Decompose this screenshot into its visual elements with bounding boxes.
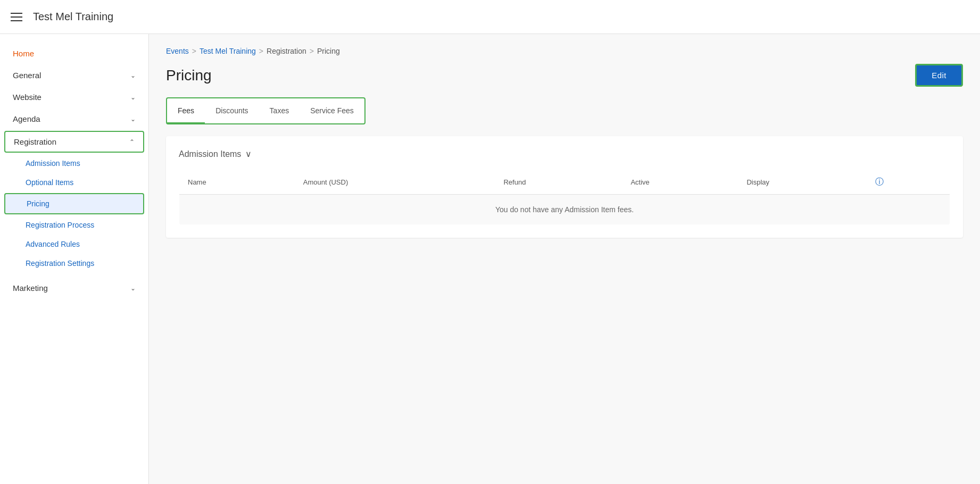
breadcrumb-sep-2: >: [259, 47, 263, 55]
admission-items-label: Admission Items: [179, 149, 241, 159]
empty-message: You do not have any Admission Item fees.: [179, 195, 950, 225]
sidebar-item-general[interactable]: General ⌄: [0, 64, 148, 86]
tab-discounts[interactable]: Discounts: [205, 99, 259, 124]
chevron-down-icon: ⌄: [130, 94, 136, 101]
top-header: Test Mel Training: [0, 0, 980, 34]
hamburger-menu-icon[interactable]: [11, 13, 22, 21]
breadcrumb-pricing: Pricing: [317, 47, 340, 55]
col-header-name: Name: [179, 170, 295, 195]
tab-service-fees[interactable]: Service Fees: [300, 99, 364, 124]
table-empty-row: You do not have any Admission Item fees.: [179, 195, 950, 225]
breadcrumb-event-name[interactable]: Test Mel Training: [200, 47, 256, 55]
main-layout: Home General ⌄ Website ⌄ Agenda ⌄ Regist…: [0, 34, 980, 484]
sidebar-sub-item-registration-process[interactable]: Registration Process: [0, 215, 148, 235]
breadcrumb: Events > Test Mel Training > Registratio…: [166, 47, 963, 55]
page-header-row: Pricing Edit: [166, 64, 963, 87]
sidebar-item-agenda[interactable]: Agenda ⌄: [0, 108, 148, 130]
sidebar: Home General ⌄ Website ⌄ Agenda ⌄ Regist…: [0, 34, 149, 484]
chevron-down-icon: ⌄: [130, 72, 136, 79]
breadcrumb-events[interactable]: Events: [166, 47, 189, 55]
breadcrumb-registration: Registration: [267, 47, 306, 55]
fees-content-card: Admission Items ∨ Name Amount (USD) Refu…: [166, 136, 963, 238]
admission-items-chevron-icon: ∨: [245, 149, 252, 159]
breadcrumb-sep-1: >: [192, 47, 196, 55]
sidebar-sub-item-registration-settings[interactable]: Registration Settings: [0, 254, 148, 273]
tabs-box: Fees Discounts Taxes Service Fees: [166, 97, 366, 124]
tab-taxes[interactable]: Taxes: [259, 99, 300, 124]
sidebar-sub-item-advanced-rules[interactable]: Advanced Rules: [0, 235, 148, 254]
main-content: Events > Test Mel Training > Registratio…: [149, 34, 980, 484]
tabs-wrapper: Fees Discounts Taxes Service Fees: [166, 97, 963, 123]
sidebar-item-registration[interactable]: Registration ⌃: [4, 131, 144, 153]
col-header-refund: Refund: [495, 170, 622, 195]
chevron-down-icon: ⌄: [130, 285, 136, 292]
admission-items-table: Name Amount (USD) Refund Active Display: [179, 170, 950, 225]
col-header-active: Active: [622, 170, 738, 195]
sidebar-item-website[interactable]: Website ⌄: [0, 86, 148, 108]
col-header-help: ⓘ: [867, 170, 950, 195]
chevron-down-icon: ⌄: [130, 115, 136, 123]
breadcrumb-sep-3: >: [310, 47, 314, 55]
sidebar-item-home[interactable]: Home: [0, 43, 148, 64]
sidebar-sub-item-admission-items[interactable]: Admission Items: [0, 154, 148, 173]
page-title: Pricing: [166, 67, 212, 84]
tab-fees[interactable]: Fees: [167, 99, 205, 124]
sidebar-item-marketing[interactable]: Marketing ⌄: [0, 277, 148, 299]
table-header: Name Amount (USD) Refund Active Display: [179, 170, 950, 195]
help-icon[interactable]: ⓘ: [875, 177, 884, 186]
chevron-up-icon: ⌃: [129, 138, 135, 146]
col-header-display: Display: [738, 170, 866, 195]
sidebar-sub-item-optional-items[interactable]: Optional Items: [0, 173, 148, 192]
col-header-amount: Amount (USD): [295, 170, 495, 195]
app-title: Test Mel Training: [33, 11, 113, 23]
sidebar-sub-item-pricing[interactable]: Pricing: [4, 193, 144, 214]
admission-items-section-header[interactable]: Admission Items ∨: [179, 149, 950, 159]
edit-button[interactable]: Edit: [915, 64, 963, 87]
